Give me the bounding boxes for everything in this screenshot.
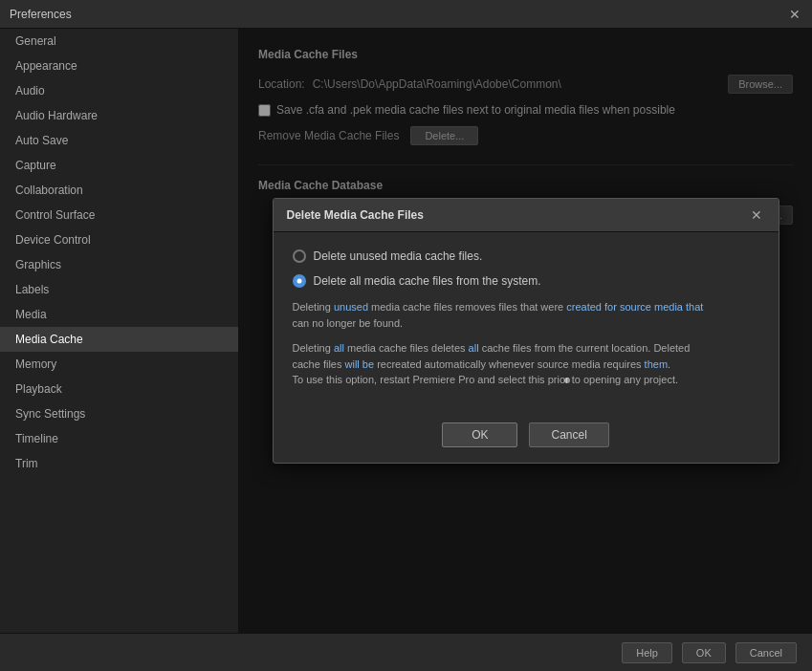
radio-option2-label: Delete all media cache files from the sy… bbox=[314, 274, 541, 288]
modal-cancel-button[interactable]: Cancel bbox=[529, 422, 608, 447]
modal-title: Delete Media Cache Files bbox=[287, 208, 424, 222]
sidebar-item-sync-settings[interactable]: Sync Settings bbox=[0, 401, 238, 426]
radio-option1-label: Delete unused media cache files. bbox=[314, 249, 483, 263]
sidebar-item-control-surface[interactable]: Control Surface bbox=[0, 203, 238, 227]
radio-option2-circle[interactable] bbox=[293, 274, 306, 288]
sidebar-item-audio[interactable]: Audio bbox=[0, 78, 238, 103]
modal-overlay: Delete Media Cache Files ✕ Delete unused… bbox=[239, 29, 812, 633]
modal-header: Delete Media Cache Files ✕ bbox=[274, 199, 779, 232]
sidebar-item-collaboration[interactable]: Collaboration bbox=[0, 178, 238, 203]
modal-info-2: Deleting all media cache files deletes a… bbox=[293, 340, 759, 388]
sidebar-item-graphics[interactable]: Graphics bbox=[0, 252, 238, 277]
bottom-bar: Help OK Cancel bbox=[0, 633, 812, 671]
sidebar-item-labels[interactable]: Labels bbox=[0, 277, 238, 302]
sidebar-item-audio-hardware[interactable]: Audio Hardware bbox=[0, 103, 238, 128]
sidebar-item-capture[interactable]: Capture bbox=[0, 153, 238, 178]
ok-main-button[interactable]: OK bbox=[682, 642, 726, 663]
window-title: Preferences bbox=[10, 8, 72, 21]
modal-info-1: Deleting unused media cache files remove… bbox=[293, 299, 759, 331]
main-layout: GeneralAppearanceAudioAudio HardwareAuto… bbox=[0, 29, 812, 633]
modal-close-icon[interactable]: ✕ bbox=[748, 206, 765, 224]
sidebar-item-playback[interactable]: Playback bbox=[0, 377, 238, 401]
sidebar-item-timeline[interactable]: Timeline bbox=[0, 426, 238, 451]
content-area: Media Cache Files Location: C:\Users\Do\… bbox=[239, 29, 812, 633]
sidebar-item-trim[interactable]: Trim bbox=[0, 451, 238, 476]
sidebar-item-media[interactable]: Media bbox=[0, 302, 238, 327]
sidebar: GeneralAppearanceAudioAudio HardwareAuto… bbox=[0, 29, 239, 633]
modal-footer: OK Cancel bbox=[274, 413, 779, 463]
sidebar-item-device-control[interactable]: Device Control bbox=[0, 227, 238, 252]
sidebar-item-media-cache[interactable]: Media Cache bbox=[0, 327, 238, 352]
sidebar-item-auto-save[interactable]: Auto Save bbox=[0, 128, 238, 153]
delete-cache-modal: Delete Media Cache Files ✕ Delete unused… bbox=[273, 198, 779, 464]
sidebar-item-appearance[interactable]: Appearance bbox=[0, 54, 238, 78]
cancel-main-button[interactable]: Cancel bbox=[735, 642, 797, 663]
modal-ok-button[interactable]: OK bbox=[442, 422, 517, 447]
help-button[interactable]: Help bbox=[622, 642, 672, 663]
radio-row-1[interactable]: Delete unused media cache files. bbox=[293, 249, 759, 263]
radio-option1-circle[interactable] bbox=[293, 249, 306, 263]
sidebar-item-memory[interactable]: Memory bbox=[0, 352, 238, 377]
sidebar-item-general[interactable]: General bbox=[0, 29, 238, 54]
title-bar: Preferences ✕ bbox=[0, 0, 812, 29]
radio-row-2[interactable]: Delete all media cache files from the sy… bbox=[293, 274, 759, 288]
modal-body: Delete unused media cache files. Delete … bbox=[274, 232, 779, 413]
window-close-icon[interactable]: ✕ bbox=[787, 7, 802, 22]
